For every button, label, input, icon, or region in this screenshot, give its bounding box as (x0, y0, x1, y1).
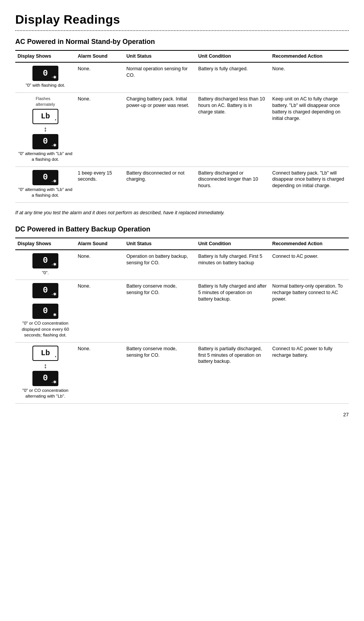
table-row: 0 . ✱ 0 ✱ "0" or CO concentration displa… (15, 280, 349, 343)
condition-3: Battery discharged or disconnected longe… (196, 167, 270, 202)
dc-condition-2: Battery is fully charged and after 5 min… (196, 280, 270, 343)
status-2: Charging battery pack. Initial power-up … (124, 92, 196, 167)
page-title: Display Readings (15, 11, 349, 28)
display-cell-2: Flashesalternately Lb . ↕ 0 . ✱ "0" alte… (15, 92, 76, 167)
co-display-1: 0 . ✱ (32, 66, 58, 81)
dc-condition-3: Battery is partially discharged, first 5… (196, 342, 270, 403)
ac-table: Display Shows Alarm Sound Unit Status Un… (15, 50, 349, 202)
table-row: 0 . ✱ "0". None. Operation on battery ba… (15, 250, 349, 280)
status-3: Battery disconnected or not charging. (124, 167, 196, 202)
table-row: Lb . ↕ 0 . ✱ "0" or CO concentration alt… (15, 342, 349, 403)
col-header-status: Unit Status (124, 50, 196, 62)
dc-co-display-2a: 0 . ✱ (32, 283, 58, 298)
dc-lb-display-1: Lb . (32, 346, 58, 361)
lb-display-1: Lb . (32, 109, 58, 124)
dc-recommended-3: Connect to AC power to fully recharge ba… (270, 342, 349, 403)
col2-header-alarm: Alarm Sound (76, 238, 124, 250)
dc-recommended-2: Normal battery-only operation. To rechar… (270, 280, 349, 343)
arrow-down-2: ↕ (43, 362, 47, 369)
display-cell-3: 0 . ✱ "0" alternating with "Lb" and a fl… (15, 167, 76, 202)
col2-header-status: Unit Status (124, 238, 196, 250)
dc-co-display-2b: 0 ✱ (32, 304, 58, 319)
recommended-1: None. (270, 62, 349, 92)
alarm-1: None. (76, 62, 124, 92)
status-1: Normal operation sensing for CO. (124, 62, 196, 92)
dc-display-desc-3: "0" or CO concentration alternating with… (18, 388, 73, 399)
co-display-3: 0 . ✱ (32, 170, 58, 185)
col-header-condition: Unit Condition (196, 50, 270, 62)
display-desc-2: "0" alternating with "Lb" and a flashing… (18, 151, 73, 163)
condition-1: Battery is fully charged. (196, 62, 270, 92)
dc-recommended-1: Connect to AC power. (270, 250, 349, 280)
dc-co-display-3: 0 . ✱ (32, 371, 58, 386)
recommended-2: Keep unit on AC to fully charge battery.… (270, 92, 349, 167)
co-display-2: 0 . ✱ (32, 134, 58, 149)
dc-condition-1: Battery is fully charged. First 5 minute… (196, 250, 270, 280)
alarm-2: None. (76, 92, 124, 167)
table-row: 0 . ✱ "0" alternating with "Lb" and a fl… (15, 167, 349, 202)
alarm-3: 1 beep every 15 seconds. (76, 167, 124, 202)
recommended-3: Connect battery pack. "Lb" will disappea… (270, 167, 349, 202)
col-header-display: Display Shows (15, 50, 76, 62)
condition-2: Battery discharged less than 10 hours on… (196, 92, 270, 167)
table-row: Flashesalternately Lb . ↕ 0 . ✱ "0" alte… (15, 92, 349, 167)
flashes-label: Flashesalternately (36, 96, 55, 107)
dc-display-desc-2: "0" or CO concentration displayed once e… (18, 320, 73, 338)
dc-alarm-1: None. (76, 250, 124, 280)
arrow-down-1: ↕ (43, 126, 47, 133)
col-header-recommended: Recommended Action (270, 50, 349, 62)
dc-status-1: Operation on battery backup, sensing for… (124, 250, 196, 280)
dc-table: Display Shows Alarm Sound Unit Status Un… (15, 238, 349, 404)
col-header-alarm: Alarm Sound (76, 50, 124, 62)
display-cell-1: 0 . ✱ "0" with flashing dot. (15, 62, 76, 92)
title-rule (15, 30, 349, 31)
dc-display-cell-3: Lb . ↕ 0 . ✱ "0" or CO concentration alt… (15, 342, 76, 403)
dc-display-desc-1: "0". (42, 270, 49, 276)
dc-status-2: Battery conserve mode, sensing for CO. (124, 280, 196, 343)
italic-note: If at any time you test the alarm and it… (15, 210, 349, 216)
dc-co-display-1: 0 . ✱ (32, 253, 58, 268)
col2-header-recommended: Recommended Action (270, 238, 349, 250)
display-desc-1: "0" with flashing dot. (26, 82, 65, 89)
display-desc-3: "0" alternating with "Lb" and a flashing… (18, 187, 73, 199)
section2-title: DC Powered in Battery Backup Operation (15, 225, 349, 234)
dc-alarm-2: None. (76, 280, 124, 343)
page-number: 27 (15, 411, 349, 418)
table-row: 0 . ✱ "0" with flashing dot. None. Norma… (15, 62, 349, 92)
dc-display-cell-1: 0 . ✱ "0". (15, 250, 76, 280)
section1-title: AC Powered in Normal Stand-by Operation (15, 37, 349, 46)
col2-header-display: Display Shows (15, 238, 76, 250)
dc-alarm-3: None. (76, 342, 124, 403)
dc-status-3: Battery conserve mode, sensing for CO. (124, 342, 196, 403)
dc-display-cell-2: 0 . ✱ 0 ✱ "0" or CO concentration displa… (15, 280, 76, 343)
col2-header-condition: Unit Condition (196, 238, 270, 250)
